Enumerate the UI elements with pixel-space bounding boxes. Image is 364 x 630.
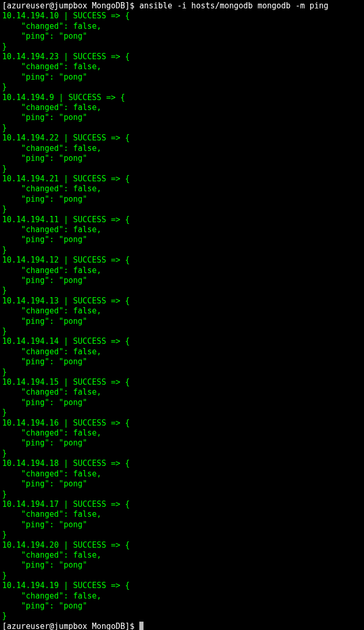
terminal-window[interactable]: [azureuser@jumpbox MongoDB]$ ansible -i … bbox=[0, 0, 364, 630]
host-ip: 10.14.194.11 bbox=[2, 215, 59, 224]
host-ip: 10.14.194.21 bbox=[2, 174, 59, 183]
status-word: SUCCESS bbox=[68, 93, 101, 102]
kv-ping: "ping": "pong" bbox=[21, 154, 87, 163]
command-text: ansible -i hosts/mongodb mongodb -m ping bbox=[139, 1, 328, 10]
status-word: SUCCESS bbox=[73, 499, 106, 509]
kv-changed: "changed": false, bbox=[21, 509, 102, 519]
kv-ping: "ping": "pong" bbox=[21, 560, 87, 570]
kv-ping: "ping": "pong" bbox=[21, 438, 87, 448]
kv-ping: "ping": "pong" bbox=[21, 72, 87, 82]
kv-ping: "ping": "pong" bbox=[21, 479, 87, 488]
result-block: 10.14.194.18 | SUCCESS => { "changed": f… bbox=[2, 459, 130, 498]
kv-ping: "ping": "pong" bbox=[21, 398, 87, 407]
kv-ping: "ping": "pong" bbox=[21, 357, 87, 366]
result-block: 10.14.194.17 | SUCCESS => { "changed": f… bbox=[2, 499, 130, 539]
status-word: SUCCESS bbox=[73, 459, 106, 468]
host-ip: 10.14.194.19 bbox=[2, 581, 59, 590]
kv-changed: "changed": false, bbox=[21, 103, 102, 112]
host-ip: 10.14.194.10 bbox=[2, 11, 59, 20]
kv-changed: "changed": false, bbox=[21, 347, 102, 356]
kv-changed: "changed": false, bbox=[21, 21, 102, 31]
kv-ping: "ping": "pong" bbox=[21, 601, 87, 611]
host-ip: 10.14.194.13 bbox=[2, 296, 59, 306]
kv-ping: "ping": "pong" bbox=[21, 276, 87, 285]
prompt-user: azureuser bbox=[7, 1, 49, 10]
prompt-host-2: jumpbox bbox=[54, 622, 87, 630]
result-block: 10.14.194.19 | SUCCESS => { "changed": f… bbox=[2, 581, 130, 621]
kv-changed: "changed": false, bbox=[21, 550, 102, 560]
host-ip: 10.14.194.20 bbox=[2, 540, 59, 550]
kv-changed: "changed": false, bbox=[21, 387, 102, 397]
kv-changed: "changed": false, bbox=[21, 591, 102, 601]
kv-changed: "changed": false, bbox=[21, 62, 102, 71]
host-ip: 10.14.194.22 bbox=[2, 133, 59, 143]
kv-ping: "ping": "pong" bbox=[21, 235, 87, 244]
status-word: SUCCESS bbox=[73, 215, 106, 224]
result-block: 10.14.194.20 | SUCCESS => { "changed": f… bbox=[2, 540, 130, 580]
result-block: 10.14.194.9 | SUCCESS => { "changed": fa… bbox=[2, 93, 125, 133]
status-word: SUCCESS bbox=[73, 255, 106, 265]
status-word: SUCCESS bbox=[73, 581, 106, 590]
kv-changed: "changed": false, bbox=[21, 184, 102, 193]
ansible-results: 10.14.194.10 | SUCCESS => { "changed": f… bbox=[2, 11, 130, 621]
kv-ping: "ping": "pong" bbox=[21, 31, 87, 41]
host-ip: 10.14.194.16 bbox=[2, 418, 59, 428]
kv-changed: "changed": false, bbox=[21, 144, 102, 153]
prompt-user-2: azureuser bbox=[7, 622, 49, 630]
kv-changed: "changed": false, bbox=[21, 266, 102, 275]
result-block: 10.14.194.10 | SUCCESS => { "changed": f… bbox=[2, 11, 130, 51]
kv-ping: "ping": "pong" bbox=[21, 113, 87, 122]
host-ip: 10.14.194.12 bbox=[2, 255, 59, 265]
status-word: SUCCESS bbox=[73, 336, 106, 346]
kv-changed: "changed": false, bbox=[21, 225, 102, 234]
prompt-line-1: [azureuser@jumpbox MongoDB]$ ansible -i … bbox=[2, 1, 328, 10]
status-word: SUCCESS bbox=[73, 377, 106, 387]
host-ip: 10.14.194.15 bbox=[2, 377, 59, 387]
host-ip: 10.14.194.18 bbox=[2, 459, 59, 468]
status-word: SUCCESS bbox=[73, 174, 106, 183]
kv-changed: "changed": false, bbox=[21, 306, 102, 316]
kv-ping: "ping": "pong" bbox=[21, 194, 87, 204]
result-block: 10.14.194.14 | SUCCESS => { "changed": f… bbox=[2, 336, 130, 376]
result-block: 10.14.194.16 | SUCCESS => { "changed": f… bbox=[2, 418, 130, 458]
kv-changed: "changed": false, bbox=[21, 469, 102, 479]
host-ip: 10.14.194.17 bbox=[2, 499, 59, 509]
prompt-dir-2: MongoDB bbox=[92, 622, 125, 630]
kv-ping: "ping": "pong" bbox=[21, 317, 87, 326]
status-word: SUCCESS bbox=[73, 540, 106, 550]
result-block: 10.14.194.12 | SUCCESS => { "changed": f… bbox=[2, 255, 130, 295]
status-word: SUCCESS bbox=[73, 11, 106, 20]
result-block: 10.14.194.15 | SUCCESS => { "changed": f… bbox=[2, 377, 130, 417]
status-word: SUCCESS bbox=[73, 296, 106, 306]
kv-ping: "ping": "pong" bbox=[21, 520, 87, 529]
status-word: SUCCESS bbox=[73, 52, 106, 61]
result-block: 10.14.194.21 | SUCCESS => { "changed": f… bbox=[2, 174, 130, 214]
cursor[interactable] bbox=[139, 622, 144, 630]
result-block: 10.14.194.11 | SUCCESS => { "changed": f… bbox=[2, 215, 130, 255]
prompt-host: jumpbox bbox=[54, 1, 87, 10]
result-block: 10.14.194.23 | SUCCESS => { "changed": f… bbox=[2, 52, 130, 92]
host-ip: 10.14.194.9 bbox=[2, 93, 54, 102]
kv-changed: "changed": false, bbox=[21, 428, 102, 438]
host-ip: 10.14.194.23 bbox=[2, 52, 59, 61]
status-word: SUCCESS bbox=[73, 133, 106, 143]
prompt-line-2: [azureuser@jumpbox MongoDB]$ bbox=[2, 622, 139, 630]
result-block: 10.14.194.13 | SUCCESS => { "changed": f… bbox=[2, 296, 130, 336]
result-block: 10.14.194.22 | SUCCESS => { "changed": f… bbox=[2, 133, 130, 173]
status-word: SUCCESS bbox=[73, 418, 106, 428]
host-ip: 10.14.194.14 bbox=[2, 336, 59, 346]
prompt-dir: MongoDB bbox=[92, 1, 125, 10]
